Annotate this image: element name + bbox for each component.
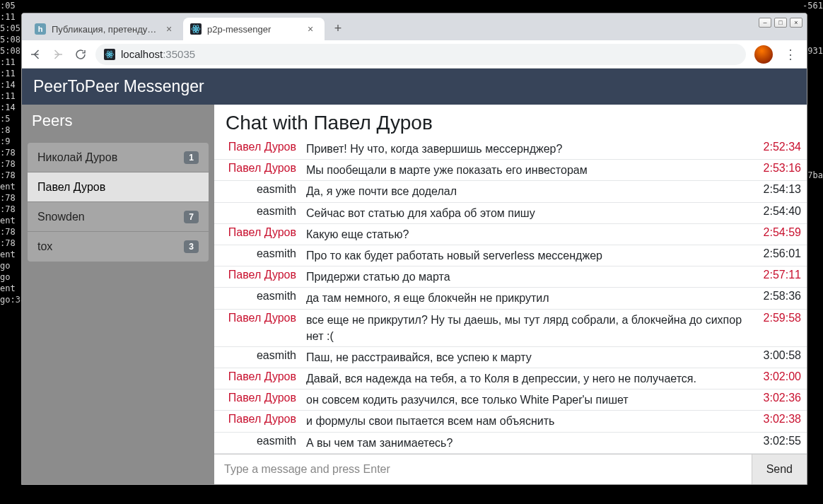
message-row: Павел Дуроввсе еще не прикрутил? Ну ты д… <box>214 309 807 346</box>
message-time: 3:00:58 <box>752 349 804 362</box>
sidebar-item-peer[interactable]: tox3 <box>28 232 209 262</box>
message-text: он совсем кодить разучился, все только W… <box>306 392 752 408</box>
browser-tab-title: Публикация, претендующа… <box>52 24 160 35</box>
sidebar-title: Peers <box>22 105 214 137</box>
unread-badge: 1 <box>184 151 199 164</box>
message-row: easmithСейчас вот статью для хабра об эт… <box>214 202 807 223</box>
message-time: 2:56:01 <box>752 247 804 260</box>
minimize-button[interactable]: – <box>759 18 771 28</box>
app-root: PeerToPeer Messenger Peers Николай Дуров… <box>22 69 807 484</box>
peer-name: tox <box>37 240 52 253</box>
forward-icon <box>52 48 64 61</box>
compose-bar: Send <box>214 454 807 484</box>
message-sender: Павел Дуров <box>214 162 306 175</box>
new-tab-button[interactable]: + <box>327 18 349 39</box>
message-row: Павел ДуровМы пообещали в марте уже пока… <box>214 159 807 180</box>
chat-panel: Chat with Павел Дуров Павел ДуровПривет!… <box>214 105 807 484</box>
message-time: 2:52:34 <box>752 141 804 153</box>
message-text: да там немного, я еще блокчейн не прикру… <box>306 290 752 306</box>
message-sender: easmith <box>214 435 306 447</box>
browser-tab-2[interactable]: p2p-messenger × <box>183 18 325 40</box>
unread-badge: 3 <box>184 240 199 253</box>
message-row: easmithПаш, не расстраивайся, все успею … <box>214 346 807 368</box>
window-controls: – □ × <box>759 18 802 28</box>
peer-list: Николай Дуров1Павел ДуровSnowden7tox3 <box>22 137 214 267</box>
message-text: все еще не прикрутил? Ну ты даешь, мы ту… <box>306 312 752 344</box>
message-time: 2:58:36 <box>752 290 804 303</box>
message-text: Сейчас вот статью для хабра об этом пишу <box>306 205 752 221</box>
browser-address-bar: localhost:35035 ⋮ <box>22 40 807 69</box>
chat-header: Chat with Павел Дуров <box>214 105 807 139</box>
message-time: 2:54:40 <box>752 205 804 218</box>
browser-tab-title: p2p-messenger <box>207 24 302 35</box>
app-title: PeerToPeer Messenger <box>22 69 807 105</box>
maximize-button[interactable]: □ <box>774 18 787 28</box>
message-row: easmithДа, я уже почти все доделал2:54:1… <box>214 180 807 201</box>
message-time: 3:02:36 <box>752 392 804 404</box>
reload-icon[interactable] <box>74 48 87 61</box>
message-time: 2:59:58 <box>752 312 804 324</box>
message-text: Да, я уже почти все доделал <box>306 183 752 199</box>
svg-text:h: h <box>38 25 43 33</box>
message-time: 2:53:16 <box>752 162 804 175</box>
react-favicon-icon <box>190 23 202 35</box>
message-text: и формулы свои пытается всем нам объясни… <box>306 413 752 429</box>
send-button[interactable]: Send <box>752 455 807 484</box>
close-window-button[interactable]: × <box>790 18 802 28</box>
message-text: Мы пообещали в марте уже показать его ин… <box>306 162 752 178</box>
peer-name: Snowden <box>37 211 85 223</box>
close-icon[interactable]: × <box>308 23 317 35</box>
message-time: 3:02:55 <box>752 435 804 447</box>
profile-avatar-button[interactable] <box>754 45 773 64</box>
site-info-icon[interactable] <box>104 49 115 60</box>
kebab-menu-icon[interactable]: ⋮ <box>781 47 800 62</box>
message-sender: Павел Дуров <box>214 370 306 383</box>
message-text: А вы чем там занимаетесь? <box>306 435 752 451</box>
message-list[interactable]: Павел ДуровПривет! Ну что, когда заверши… <box>214 139 807 454</box>
message-sender: easmith <box>214 349 306 362</box>
svg-point-3 <box>195 28 197 30</box>
sidebar-item-peer[interactable]: Snowden7 <box>28 202 209 232</box>
message-sender: easmith <box>214 183 306 196</box>
message-sender: easmith <box>214 290 306 303</box>
message-text: Привет! Ну что, когда завершишь мессернд… <box>306 141 752 157</box>
message-text: Придержи статью до марта <box>306 269 752 285</box>
svg-point-8 <box>109 53 110 54</box>
habr-favicon-icon: h <box>35 23 46 35</box>
message-sender: Павел Дуров <box>214 269 306 281</box>
browser-tab-1[interactable]: h Публикация, претендующа… × <box>28 18 183 40</box>
message-row: Павел ДуровПридержи статью до марта2:57:… <box>214 266 807 287</box>
message-row: Павел Дурови формулы свои пытается всем … <box>214 410 807 431</box>
close-icon[interactable]: × <box>166 23 176 35</box>
message-row: Павел Дуровон совсем кодить разучился, в… <box>214 389 807 410</box>
message-row: Павел ДуровДавай, вся надежда на тебя, а… <box>214 368 807 389</box>
message-sender: Павел Дуров <box>214 226 306 239</box>
message-time: 2:54:59 <box>752 226 804 239</box>
message-input[interactable] <box>214 455 752 484</box>
message-text: Про то как будет работать новый serverle… <box>306 247 752 264</box>
message-row: easmithда там немного, я еще блокчейн не… <box>214 287 807 308</box>
sidebar-item-peer[interactable]: Николай Дуров1 <box>28 143 209 172</box>
message-text: Какую еще статью? <box>306 226 752 242</box>
message-sender: Павел Дуров <box>214 413 306 426</box>
peers-sidebar: Peers Николай Дуров1Павел ДуровSnowden7t… <box>22 105 214 484</box>
message-text: Паш, не расстраивайся, все успею к марту <box>306 349 752 365</box>
message-sender: easmith <box>214 247 306 260</box>
browser-tabstrip: h Публикация, претендующа… × p2p-messeng… <box>22 13 807 40</box>
message-sender: easmith <box>214 205 306 218</box>
peer-name: Павел Дуров <box>37 181 105 194</box>
browser-window: h Публикация, претендующа… × p2p-messeng… <box>21 13 807 485</box>
message-row: easmithПро то как будет работать новый s… <box>214 245 807 266</box>
message-row: Павел ДуровПривет! Ну что, когда заверши… <box>214 139 807 159</box>
message-time: 3:02:00 <box>752 370 804 383</box>
back-icon[interactable] <box>29 48 42 61</box>
sidebar-item-peer[interactable]: Павел Дуров <box>28 172 209 202</box>
message-row: easmithА вы чем там занимаетесь?3:02:55 <box>214 432 807 453</box>
omnibox[interactable]: localhost:35035 <box>95 44 746 65</box>
unread-badge: 7 <box>184 211 199 223</box>
message-sender: Павел Дуров <box>214 312 306 324</box>
message-text: Давай, вся надежда на тебя, а то Коля в … <box>306 370 752 387</box>
url-port: :35035 <box>163 48 195 60</box>
message-sender: Павел Дуров <box>214 392 306 404</box>
message-time: 2:57:11 <box>752 269 804 281</box>
